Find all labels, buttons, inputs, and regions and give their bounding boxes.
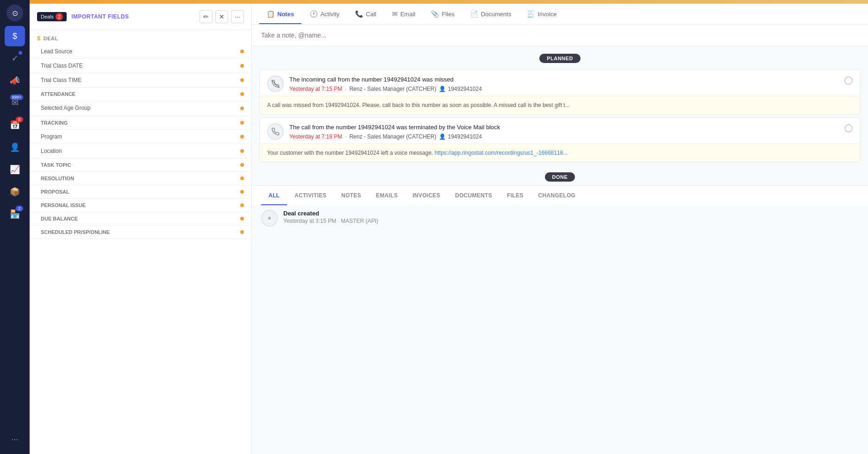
more-options-button[interactable]: ··· — [231, 10, 244, 23]
activity-item-1: The incoming call from the number 194929… — [259, 69, 861, 114]
content-area: Deals 2 IMPORTANT FIELDS ✏ ✕ ··· $ DEAL … — [30, 4, 868, 454]
sidebar: ⊙ $ ✓ 📣 ✉ 999+ 📅 5 👤 📈 📦 🏪 2 ··· — [0, 0, 30, 454]
activity-item-1-meta: Yesterday at 7:15 PM · Renz - Sales Mana… — [289, 86, 839, 92]
timeline-person: MASTER (API) — [341, 218, 378, 224]
left-panel-header: Deals 2 IMPORTANT FIELDS ✏ ✕ ··· — [30, 4, 251, 30]
sidebar-item-tasks[interactable]: ✓ — [5, 48, 25, 69]
sidebar-item-calendar[interactable]: 📅 5 — [5, 115, 25, 135]
field-task-topic[interactable]: TASK TOPIC — [30, 158, 251, 172]
bottom-tab-changelog[interactable]: CHANGELOG — [531, 186, 583, 205]
tab-documents[interactable]: 📄 Documents — [463, 4, 519, 24]
email-tab-icon: ✉ — [392, 10, 398, 18]
tasks-icon: ✓ — [12, 53, 19, 63]
tab-activity-label: Activity — [320, 11, 339, 18]
tab-call[interactable]: 📞 Call — [348, 4, 383, 24]
activity-feed: PLANNED The incoming call from the numbe… — [252, 46, 868, 454]
field-proposal[interactable]: PROPOSAL — [30, 185, 251, 199]
sidebar-item-contacts[interactable]: 👤 — [5, 137, 25, 158]
deals-badge[interactable]: Deals 2 — [37, 12, 67, 21]
field-label-trial-class-date: Trial Class DATE — [41, 63, 83, 69]
field-attendance[interactable]: ATTENDANCE — [30, 88, 251, 101]
field-resolution[interactable]: RESOLUTION — [30, 172, 251, 185]
note-input[interactable] — [261, 32, 859, 39]
field-trial-class-time[interactable]: Trial Class TIME — [30, 73, 251, 88]
sidebar-item-store[interactable]: 🏪 2 — [5, 204, 25, 224]
edit-button[interactable]: ✏ — [200, 10, 212, 23]
activity-item-2-phone-number: 19492941024 — [448, 133, 481, 140]
sidebar-item-dollar[interactable]: $ — [5, 26, 25, 46]
field-dot-attendance — [240, 92, 244, 96]
field-label-location: Location — [41, 148, 62, 154]
field-dot-program — [240, 135, 244, 139]
field-dot-due-balance — [240, 217, 244, 221]
activity-item-1-checkbox[interactable] — [844, 76, 853, 85]
planned-section-badge: PLANNED — [252, 46, 868, 67]
bottom-tab-activities[interactable]: ACTIVITIES — [287, 186, 334, 205]
sidebar-item-inbox[interactable]: ✉ 999+ — [5, 93, 25, 113]
deal-icon: $ — [37, 35, 41, 42]
field-dot-resolution — [240, 177, 244, 180]
planned-badge-label: PLANNED — [539, 54, 581, 63]
files-tab-icon: 📎 — [431, 10, 439, 18]
field-label-scheduled: SCHEDULED PR/SP/ONLINE — [41, 229, 110, 235]
activity-item-1-phone: 👤 19492941024 — [439, 86, 481, 92]
field-dot-location — [240, 149, 244, 153]
sidebar-item-chart[interactable]: 📈 — [5, 159, 25, 180]
field-dot-personal-issue — [240, 203, 244, 207]
activity-item-2-person: Renz - Sales Manager (CATCHER) — [350, 133, 437, 140]
tab-invoice[interactable]: 🧾 Invoice — [519, 4, 564, 24]
field-selected-age-group[interactable]: Selected Age Group — [30, 101, 251, 116]
field-lead-source[interactable]: Lead Source — [30, 44, 251, 59]
bottom-tab-invoices[interactable]: INVOICES — [405, 186, 448, 205]
activity-item-2-body-text: Your customer with the number 1949294102… — [267, 150, 433, 156]
tabs-bar: 📋 Notes 🕐 Activity 📞 Call ✉ Email 📎 — [252, 4, 868, 25]
bottom-tab-documents[interactable]: DOCUMENTS — [448, 186, 500, 205]
field-personal-issue[interactable]: PERSONAL ISSUE — [30, 199, 251, 212]
field-due-balance[interactable]: DUE BALANCE — [30, 212, 251, 226]
close-button[interactable]: ✕ — [215, 10, 228, 23]
sidebar-item-megaphone[interactable]: 📣 — [5, 70, 25, 91]
more-icon: ··· — [11, 435, 18, 444]
activity-item-2-content: The call from the number 19492941024 was… — [289, 123, 839, 140]
box-icon: 📦 — [10, 187, 20, 197]
tab-files[interactable]: 📎 Files — [424, 4, 462, 24]
tasks-dot — [19, 51, 22, 55]
sidebar-item-box[interactable]: 📦 — [5, 182, 25, 202]
activity-item-1-time: Yesterday at 7:15 PM — [289, 86, 342, 92]
field-scheduled[interactable]: SCHEDULED PR/SP/ONLINE — [30, 226, 251, 239]
bottom-tab-notes[interactable]: NOTES — [334, 186, 368, 205]
tab-files-label: Files — [442, 11, 454, 18]
bottom-tab-files[interactable]: FILES — [500, 186, 531, 205]
bottom-tab-emails[interactable]: EMAILS — [368, 186, 405, 205]
person-icon-2: 👤 — [439, 133, 446, 140]
activity-item-1-title: The incoming call from the number 194929… — [289, 76, 839, 84]
left-panel: Deals 2 IMPORTANT FIELDS ✏ ✕ ··· $ DEAL … — [30, 4, 252, 454]
activity-item-2-checkbox[interactable] — [844, 124, 853, 132]
activity-item-2-link[interactable]: https://app.ringostat.com/recordings/us1… — [435, 150, 568, 156]
field-dot-trial-class-time — [240, 78, 244, 82]
activity-meta-dot-1: · — [345, 86, 346, 92]
timeline-content: Deal created Yesterday at 3:15 PM · MAST… — [283, 210, 859, 224]
deal-section-label: DEAL — [44, 36, 58, 41]
main-container: Deals 2 IMPORTANT FIELDS ✏ ✕ ··· $ DEAL … — [30, 0, 868, 454]
tab-activity[interactable]: 🕐 Activity — [302, 4, 347, 24]
note-input-area[interactable] — [252, 25, 868, 46]
person-icon-1: 👤 — [439, 86, 446, 92]
activity-meta-dot-2: · — [345, 133, 346, 140]
field-program[interactable]: Program — [30, 130, 251, 144]
tab-email-label: Email — [400, 11, 416, 18]
activity-item-2: The call from the number 19492941024 was… — [259, 117, 861, 162]
field-location[interactable]: Location — [30, 144, 251, 158]
tab-call-label: Call — [366, 11, 376, 18]
done-badge-label: DONE — [545, 172, 575, 182]
tab-email[interactable]: ✉ Email — [385, 4, 423, 24]
field-label-lead-source: Lead Source — [41, 48, 72, 55]
done-section-badge: DONE — [252, 165, 868, 185]
sidebar-item-more[interactable]: ··· — [5, 429, 25, 449]
activity-item-2-phone: 👤 19492941024 — [439, 133, 481, 140]
tab-notes[interactable]: 📋 Notes — [259, 4, 301, 24]
field-trial-class-date[interactable]: Trial Class DATE — [30, 59, 251, 73]
bottom-tab-all[interactable]: ALL — [261, 186, 287, 205]
logo-icon: ⊙ — [12, 9, 18, 18]
field-tracking[interactable]: TRACKING — [30, 116, 251, 130]
